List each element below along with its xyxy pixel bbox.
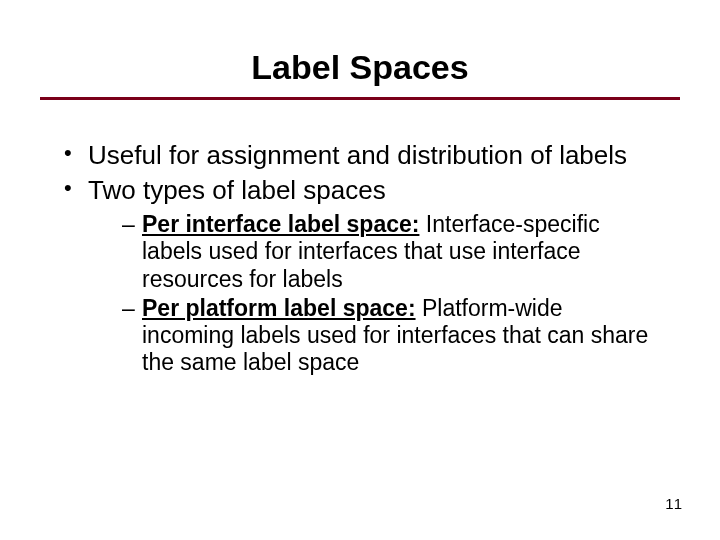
bullet-list-level1: Useful for assignment and distribution o…: [60, 140, 660, 376]
page-number: 11: [665, 495, 682, 512]
slide-title: Label Spaces: [251, 48, 468, 91]
sub-bullet-lead: Per platform label space:: [142, 295, 416, 321]
sub-bullet-lead: Per interface label space:: [142, 211, 419, 237]
title-underline: [40, 97, 680, 100]
slide: Label Spaces Useful for assignment and d…: [0, 0, 720, 540]
bullet-item: Two types of label spaces Per interface …: [60, 175, 660, 376]
bullet-list-level2: Per interface label space: Interface-spe…: [88, 211, 660, 376]
sub-bullet-item: Per interface label space: Interface-spe…: [122, 211, 660, 292]
bullet-text: Useful for assignment and distribution o…: [88, 140, 627, 170]
content-area: Useful for assignment and distribution o…: [60, 140, 660, 376]
bullet-item: Useful for assignment and distribution o…: [60, 140, 660, 171]
title-wrap: Label Spaces: [0, 0, 720, 91]
bullet-text: Two types of label spaces: [88, 175, 386, 205]
sub-bullet-item: Per platform label space: Platform-wide …: [122, 295, 660, 376]
